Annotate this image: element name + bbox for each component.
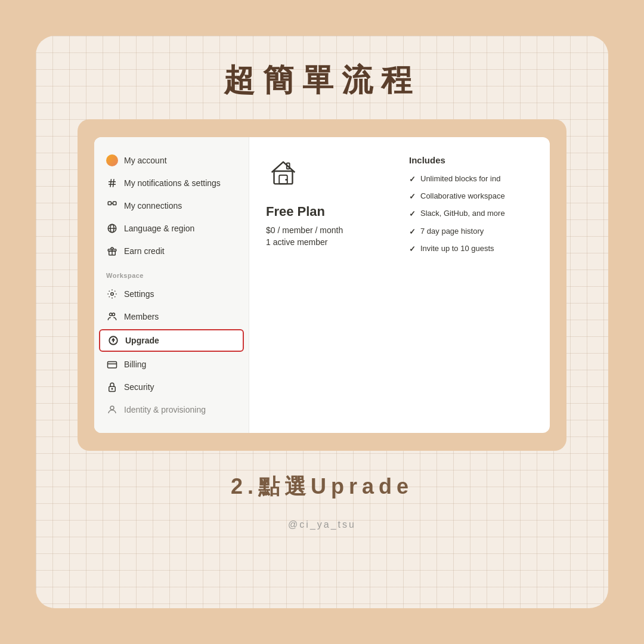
sidebar: My account My notifications & settings [94,137,249,433]
includes-label-1: Collaborative workspace [420,191,505,202]
includes-item-0: ✓ Unlimited blocks for ind [409,174,533,185]
sidebar-label-earn-credit: Earn credit [124,246,165,256]
check-icon-3: ✓ [409,227,416,237]
lock-icon [106,381,118,393]
sidebar-label-billing: Billing [124,360,146,369]
check-icon-2: ✓ [409,209,416,219]
sidebar-label-identity: Identity & provisioning [124,405,206,414]
check-icon-0: ✓ [409,174,416,185]
sidebar-item-language[interactable]: Language & region [94,217,249,240]
notifications-icon [106,177,118,189]
sidebar-item-security[interactable]: Security [94,376,249,398]
sidebar-label-connections: My connections [124,201,182,210]
svg-line-2 [110,179,112,187]
includes-section: Includes ✓ Unlimited blocks for ind ✓ Co… [409,155,533,415]
gift-icon [106,245,118,257]
svg-line-3 [113,179,114,187]
sidebar-item-members[interactable]: Members [94,305,249,328]
svg-rect-5 [113,202,116,205]
gear-icon [106,288,118,300]
sidebar-item-connections[interactable]: My connections [94,194,249,217]
sidebar-item-billing[interactable]: Billing [94,353,249,376]
includes-label-3: 7 day page history [420,226,484,237]
sidebar-item-upgrade[interactable]: Upgrade [99,329,244,352]
sidebar-label-language: Language & region [124,224,194,233]
svg-point-12 [111,293,114,296]
credit-text: @ci_ya_tsu [288,519,356,530]
includes-item-1: ✓ Collaborative workspace [409,191,533,202]
sidebar-item-settings[interactable]: Settings [94,283,249,305]
identity-icon [106,404,118,416]
includes-item-2: ✓ Slack, GitHub, and more [409,208,533,219]
svg-rect-22 [274,171,293,184]
subtitle-text: 2.點選Uprade [231,472,413,501]
globe-icon [106,222,118,234]
members-icon [106,311,118,323]
sidebar-label-upgrade: Upgrade [125,336,159,345]
sidebar-item-earn-credit[interactable]: Earn credit [94,240,249,262]
sidebar-label-settings: Settings [124,289,154,299]
sidebar-label-members: Members [124,312,159,321]
sidebar-label-notifications: My notifications & settings [124,178,221,188]
avatar-icon [106,154,118,166]
sidebar-label-security: Security [124,382,154,392]
sidebar-item-notifications[interactable]: My notifications & settings [94,172,249,194]
house-icon [266,155,301,194]
svg-point-14 [112,313,115,316]
workspace-section-label: Workspace [94,262,249,283]
check-icon-4: ✓ [409,244,416,255]
sidebar-item-identity[interactable]: Identity & provisioning [94,398,249,421]
svg-point-21 [110,406,114,410]
svg-rect-4 [108,202,111,205]
includes-item-4: ✓ Invite up to 10 guests [409,243,533,255]
plan-price: $0 / member / month [266,225,343,235]
includes-title: Includes [409,155,533,165]
sidebar-label-my-account: My account [124,156,167,165]
content-panel: My account My notifications & settings [94,137,550,433]
sidebar-item-my-account[interactable]: My account [94,149,249,172]
svg-point-20 [112,388,113,389]
plan-name: Free Plan [266,204,325,219]
includes-label-4: Invite up to 10 guests [420,243,494,254]
billing-icon [106,358,118,370]
outer-card: 超簡單流程 My account [36,36,608,608]
includes-label-0: Unlimited blocks for ind [420,174,500,184]
page-title: 超簡單流程 [224,60,420,101]
plan-members: 1 active member [266,237,327,247]
includes-item-3: ✓ 7 day page history [409,226,533,237]
svg-rect-17 [108,362,117,369]
right-panel: Free Plan $0 / member / month 1 active m… [249,137,550,433]
main-card: My account My notifications & settings [78,119,566,451]
check-icon-1: ✓ [409,191,416,202]
connections-icon [106,200,118,212]
plan-section: Free Plan $0 / member / month 1 active m… [266,155,385,415]
svg-point-24 [285,179,287,181]
includes-label-2: Slack, GitHub, and more [420,208,505,219]
upgrade-icon [107,335,119,346]
